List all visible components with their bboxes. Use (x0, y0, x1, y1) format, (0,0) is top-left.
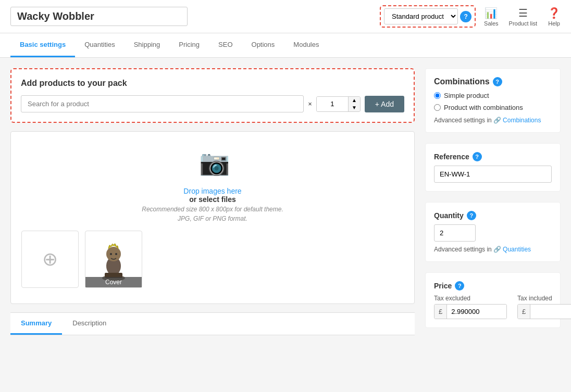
thumbnails-row: ⊕ (21, 231, 404, 288)
reference-input[interactable] (434, 166, 552, 183)
nav-help[interactable]: ❓ Help (548, 7, 561, 27)
bottom-tab-description[interactable]: Description (62, 313, 117, 335)
tab-seo[interactable]: SEO (209, 33, 242, 57)
product-search-input[interactable] (21, 95, 304, 112)
nav-help-label: Help (548, 20, 560, 27)
nav-product-list-label: Product list (509, 20, 537, 27)
cover-label: Cover (85, 277, 142, 287)
bottom-tab-summary[interactable]: Summary (10, 313, 62, 335)
tax-excluded-group: Tax excluded £ (434, 295, 507, 319)
add-image-icon: ⊕ (42, 250, 58, 269)
quantity-input[interactable] (317, 97, 348, 111)
help-icon: ❓ (548, 7, 561, 19)
quantity-advanced-link: Advanced settings in 🔗 Quantities (434, 246, 552, 253)
combinations-section: Combinations ? Simple product Product wi… (425, 68, 561, 133)
tax-excluded-label: Tax excluded (434, 295, 507, 302)
tax-included-label: Tax included (517, 295, 571, 302)
tab-shipping[interactable]: Shipping (125, 33, 170, 57)
tabs-bar: Basic settings Quantities Shipping Prici… (0, 33, 571, 58)
upload-hint-1: Recommended size 800 x 800px for default… (21, 206, 404, 213)
nav-sales-label: Sales (484, 20, 499, 27)
main-content: Add products to your pack × ▲ ▼ + Add 📷 (0, 58, 571, 346)
quantity-section: Quantity ? Advanced settings in 🔗 Quanti… (425, 202, 561, 262)
tax-included-currency: £ (518, 305, 530, 319)
price-label: Price ? (434, 281, 552, 290)
product-name-input[interactable] (10, 7, 188, 26)
tax-included-input[interactable] (530, 305, 571, 319)
radio-simple-input[interactable] (434, 92, 441, 99)
tax-excluded-currency: £ (435, 305, 447, 319)
quantity-wrapper: ▲ ▼ (316, 96, 361, 112)
tab-basic-settings[interactable]: Basic settings (10, 33, 75, 57)
combinations-radio-group: Simple product Product with combinations (434, 92, 552, 111)
quantity-help-icon[interactable]: ? (467, 211, 476, 220)
quantity-label: Quantity ? (434, 211, 552, 220)
x-label: × (308, 100, 312, 108)
qty-up-button[interactable]: ▲ (349, 97, 360, 104)
sales-icon: 📊 (485, 7, 498, 19)
combinations-advanced-link: Advanced settings in 🔗 Combinations (434, 117, 552, 124)
quantity-field[interactable] (434, 224, 476, 242)
thumb-product[interactable]: Cover (85, 231, 142, 288)
radio-combinations-input[interactable] (434, 104, 441, 111)
reference-section: Reference ? (425, 143, 561, 192)
header-title-area (10, 7, 188, 26)
external-link-icon: 🔗 (493, 117, 501, 124)
product-type-select[interactable]: Standard productPack of productsVirtual … (384, 8, 458, 24)
header-right: Standard productPack of productsVirtual … (380, 5, 561, 28)
nav-icons: 📊 Sales ☰ Product list ❓ Help (484, 7, 561, 27)
qty-spinners: ▲ ▼ (348, 97, 360, 111)
upload-hint-2: JPG, GIF or PNG format. (21, 215, 404, 222)
reference-help-icon[interactable]: ? (473, 152, 482, 161)
add-button[interactable]: + Add (365, 96, 404, 112)
pack-box: Add products to your pack × ▲ ▼ + Add (10, 68, 415, 123)
tab-modules[interactable]: Modules (284, 33, 328, 57)
right-panel: Combinations ? Simple product Product wi… (425, 68, 561, 335)
combinations-help-icon[interactable]: ? (493, 77, 502, 86)
product-type-help-badge[interactable]: ? (460, 11, 471, 22)
tax-excluded-input-wrapper: £ (434, 304, 507, 319)
camera-icon: 📷 (21, 147, 404, 182)
qty-down-button[interactable]: ▼ (349, 104, 360, 111)
radio-simple-product[interactable]: Simple product (434, 92, 552, 99)
combinations-title: Combinations ? (434, 77, 552, 86)
pack-box-title: Add products to your pack (21, 79, 404, 88)
tax-included-group: Tax included £ (517, 295, 571, 319)
bottom-tabs-bar: Summary Description (10, 312, 415, 335)
radio-with-combinations[interactable]: Product with combinations (434, 104, 552, 111)
nav-sales[interactable]: 📊 Sales (484, 7, 499, 27)
tax-excluded-input[interactable] (447, 305, 506, 319)
tab-quantities[interactable]: Quantities (75, 33, 125, 57)
nav-product-list[interactable]: ☰ Product list (509, 7, 537, 27)
left-panel: Add products to your pack × ▲ ▼ + Add 📷 (10, 68, 415, 335)
tab-options[interactable]: Options (242, 33, 284, 57)
price-help-icon[interactable]: ? (455, 281, 464, 290)
tax-included-input-wrapper: £ (517, 304, 571, 319)
price-section: Price ? Tax excluded £ Tax included £ (425, 272, 561, 328)
reference-label: Reference ? (434, 152, 552, 161)
drop-images-label[interactable]: Drop images here (183, 187, 241, 195)
svg-text:📷: 📷 (199, 148, 228, 176)
svg-point-4 (110, 253, 112, 255)
quantities-link[interactable]: 🔗 Quantities (493, 246, 531, 253)
tab-pricing[interactable]: Pricing (169, 33, 209, 57)
select-files-label: or select files (21, 195, 404, 204)
pack-input-row: × ▲ ▼ + Add (21, 95, 404, 112)
upload-area[interactable]: 📷 Drop images here or select files Recom… (10, 131, 415, 304)
price-row: Tax excluded £ Tax included £ (434, 295, 552, 319)
list-icon: ☰ (518, 7, 528, 19)
header: Standard productPack of productsVirtual … (0, 0, 571, 33)
svg-point-5 (115, 253, 117, 255)
external-link-icon-qty: 🔗 (493, 246, 501, 253)
product-type-wrapper: Standard productPack of productsVirtual … (380, 5, 476, 28)
combinations-link[interactable]: 🔗 Combinations (493, 117, 541, 124)
thumb-add[interactable]: ⊕ (21, 231, 79, 288)
